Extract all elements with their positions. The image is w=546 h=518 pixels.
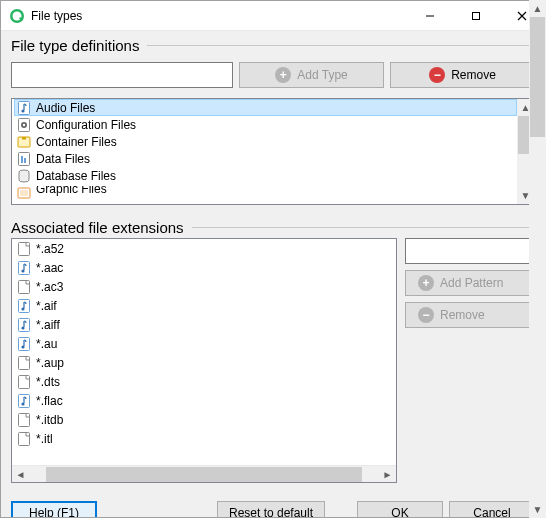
extension-label: *.ac3 bbox=[36, 280, 63, 294]
remove-pattern-label: Remove bbox=[440, 308, 485, 322]
minus-icon: − bbox=[429, 67, 445, 83]
extension-row[interactable]: *.flac bbox=[14, 391, 379, 410]
audio-icon bbox=[16, 317, 32, 333]
extension-row[interactable]: *.a52 bbox=[14, 239, 379, 258]
type-label: Audio Files bbox=[36, 101, 95, 115]
cancel-label: Cancel bbox=[473, 506, 510, 518]
section-extensions-label: Associated file extensions bbox=[11, 219, 192, 236]
help-label: Help (F1) bbox=[29, 506, 79, 518]
scroll-left-icon[interactable]: ◄ bbox=[12, 469, 29, 480]
hscroll-thumb[interactable] bbox=[46, 467, 362, 482]
extension-label: *.a52 bbox=[36, 242, 64, 256]
extension-label: *.aac bbox=[36, 261, 63, 275]
extension-label: *.flac bbox=[36, 394, 63, 408]
svg-rect-18 bbox=[473, 12, 480, 19]
extension-label: *.dts bbox=[36, 375, 60, 389]
extension-list[interactable]: *.a52*.aac*.ac3*.aif*.aiff*.au*.aup*.dts… bbox=[12, 239, 396, 465]
extension-row[interactable]: *.dts bbox=[14, 372, 379, 391]
extension-label: *.au bbox=[36, 337, 57, 351]
footer: Help (F1) Reset to default OK Cancel bbox=[1, 493, 545, 518]
page-icon bbox=[16, 241, 32, 257]
page-icon bbox=[16, 431, 32, 447]
reset-label: Reset to default bbox=[229, 506, 313, 518]
extension-label: *.itl bbox=[36, 432, 53, 446]
page-icon bbox=[16, 412, 32, 428]
audio-icon bbox=[16, 336, 32, 352]
plus-icon: + bbox=[275, 67, 291, 83]
extension-list-container: *.a52*.aac*.ac3*.aif*.aiff*.au*.aup*.dts… bbox=[11, 238, 397, 483]
type-label: Graphic Files bbox=[36, 186, 107, 199]
extension-row[interactable]: *.aif bbox=[14, 296, 379, 315]
ok-button[interactable]: OK bbox=[357, 501, 443, 518]
minimize-button[interactable] bbox=[407, 1, 453, 30]
scroll-thumb[interactable] bbox=[530, 17, 545, 137]
add-pattern-label: Add Pattern bbox=[440, 276, 503, 290]
maximize-button[interactable] bbox=[453, 1, 499, 30]
page-icon bbox=[16, 374, 32, 390]
ok-label: OK bbox=[391, 506, 408, 518]
app-icon bbox=[9, 8, 25, 24]
database-icon bbox=[16, 168, 32, 184]
extension-label: *.aiff bbox=[36, 318, 60, 332]
extension-scrollbar[interactable]: ▲ ▼ bbox=[529, 0, 546, 518]
minus-icon: − bbox=[418, 307, 434, 323]
add-type-button[interactable]: + Add Type bbox=[239, 62, 384, 88]
extension-label: *.aif bbox=[36, 299, 57, 313]
add-pattern-button[interactable]: + Add Pattern bbox=[405, 270, 535, 296]
extension-row[interactable]: *.itl bbox=[14, 429, 379, 448]
container-icon bbox=[16, 134, 32, 150]
type-row[interactable]: Audio Files bbox=[14, 99, 517, 116]
reset-button[interactable]: Reset to default bbox=[217, 501, 325, 518]
data-icon bbox=[16, 151, 32, 167]
config-icon bbox=[16, 117, 32, 133]
scroll-down-icon[interactable]: ▼ bbox=[529, 501, 546, 518]
section-definitions-label: File type definitions bbox=[11, 37, 147, 54]
type-label: Data Files bbox=[36, 152, 90, 166]
type-row[interactable]: Container Files bbox=[14, 133, 517, 150]
audio-icon bbox=[16, 298, 32, 314]
scroll-right-icon[interactable]: ► bbox=[379, 469, 396, 480]
type-label: Container Files bbox=[36, 135, 117, 149]
pattern-input[interactable] bbox=[405, 238, 535, 264]
type-row[interactable]: Database Files bbox=[14, 167, 517, 184]
window-title: File types bbox=[31, 9, 407, 23]
audio-icon bbox=[16, 100, 32, 116]
type-list[interactable]: Audio FilesConfiguration FilesContainer … bbox=[12, 99, 534, 204]
page-icon bbox=[16, 279, 32, 295]
remove-type-button[interactable]: − Remove bbox=[390, 62, 535, 88]
extension-row[interactable]: *.aup bbox=[14, 353, 379, 372]
graphic-icon bbox=[16, 185, 32, 201]
scroll-up-icon[interactable]: ▲ bbox=[529, 0, 546, 17]
page-icon bbox=[16, 355, 32, 371]
type-list-container: Audio FilesConfiguration FilesContainer … bbox=[11, 98, 535, 205]
extension-row[interactable]: *.au bbox=[14, 334, 379, 353]
add-type-label: Add Type bbox=[297, 68, 347, 82]
extension-hscrollbar[interactable]: ◄ ► bbox=[12, 465, 396, 482]
cancel-button[interactable]: Cancel bbox=[449, 501, 535, 518]
extension-row[interactable]: *.itdb bbox=[14, 410, 379, 429]
type-label: Database Files bbox=[36, 169, 116, 183]
extension-row[interactable]: *.ac3 bbox=[14, 277, 379, 296]
section-definitions: File type definitions bbox=[1, 31, 545, 56]
extension-row[interactable]: *.aac bbox=[14, 258, 379, 277]
audio-icon bbox=[16, 260, 32, 276]
remove-pattern-button[interactable]: − Remove bbox=[405, 302, 535, 328]
plus-icon: + bbox=[418, 275, 434, 291]
type-filter-input[interactable] bbox=[11, 62, 233, 88]
titlebar: File types bbox=[1, 1, 545, 31]
type-row[interactable]: Graphic Files bbox=[14, 184, 517, 201]
type-row[interactable]: Configuration Files bbox=[14, 116, 517, 133]
type-row[interactable]: Data Files bbox=[14, 150, 517, 167]
extension-row[interactable]: *.aiff bbox=[14, 315, 379, 334]
section-extensions: Associated file extensions bbox=[1, 213, 545, 238]
type-label: Configuration Files bbox=[36, 118, 136, 132]
remove-type-label: Remove bbox=[451, 68, 496, 82]
audio-icon bbox=[16, 393, 32, 409]
extension-label: *.aup bbox=[36, 356, 64, 370]
help-button[interactable]: Help (F1) bbox=[11, 501, 97, 518]
extension-label: *.itdb bbox=[36, 413, 63, 427]
